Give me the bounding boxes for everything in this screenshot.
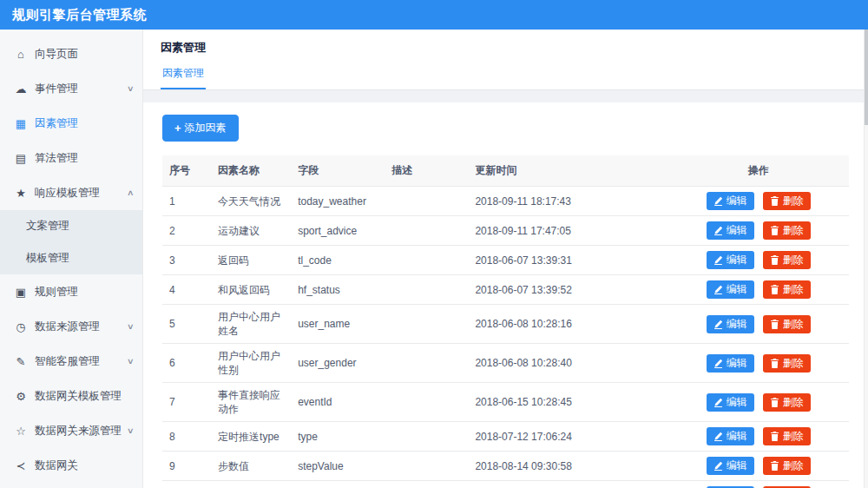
sidebar-item-template-management[interactable]: 模板管理	[0, 242, 142, 274]
delete-button[interactable]: 删除	[763, 221, 811, 240]
factor-table: 序号 因素名称 字段 描述 更新时间 操作 1 今天天气情况 today_wea…	[162, 155, 849, 488]
sidebar-item-label: 算法管理	[35, 151, 134, 166]
edit-icon	[713, 285, 723, 294]
factor-name: 时间	[211, 481, 291, 488]
factor-updated: 2018-09-11 17:47:05	[468, 216, 667, 246]
scrollbar[interactable]	[864, 30, 868, 488]
sidebar-item-factor-management[interactable]: ▦ 因素管理	[0, 106, 142, 141]
sidebar-item-label: 因素管理	[35, 116, 134, 131]
chevron-up-icon: ∧	[127, 188, 135, 197]
factor-field: stepValue	[291, 452, 385, 481]
factor-desc	[385, 383, 468, 422]
edit-button[interactable]: 编辑	[707, 354, 754, 373]
main-content: 因素管理 因素管理 添加因素 序号 因素名称 字段	[143, 30, 868, 488]
trash-icon	[770, 432, 779, 441]
delete-button[interactable]: 删除	[763, 251, 811, 269]
edit-button[interactable]: 编辑	[707, 393, 754, 412]
gear-icon: ⚙	[13, 390, 29, 403]
sidebar-item-data-gateway[interactable]: ≺ 数据网关	[0, 448, 142, 483]
edit-icon	[713, 320, 723, 329]
sidebar-item-algorithm-management[interactable]: ▤ 算法管理	[0, 141, 142, 175]
edit-button[interactable]: 编辑	[707, 192, 754, 210]
sidebar-item-label: 数据网关来源管理	[35, 424, 128, 439]
row-index: 8	[162, 422, 211, 452]
pencil-icon: ✎	[13, 355, 29, 368]
factor-updated: 2018-06-07 13:39:31	[468, 246, 667, 275]
factor-desc	[385, 216, 468, 246]
delete-button[interactable]: 删除	[763, 315, 811, 333]
edit-button[interactable]: 编辑	[707, 457, 754, 475]
page-title: 因素管理	[143, 40, 868, 56]
delete-button[interactable]: 删除	[763, 354, 811, 373]
col-header-index: 序号	[162, 155, 211, 187]
factor-desc	[385, 422, 468, 452]
sidebar-item-rule-management[interactable]: ▣ 规则管理	[0, 274, 142, 309]
delete-button[interactable]: 删除	[763, 192, 811, 210]
table-row: 1 今天天气情况 today_weather 2018-09-11 18:17:…	[162, 187, 849, 216]
factor-updated: 2018-06-15 10:28:45	[468, 383, 667, 422]
sidebar-item-event-management[interactable]: ☁ 事件管理 ∨	[0, 71, 142, 106]
cloud-icon: ☁	[13, 82, 29, 96]
factor-field: today_weather	[291, 187, 385, 216]
delete-label: 删除	[783, 431, 804, 442]
delete-button[interactable]: 删除	[763, 427, 811, 445]
sidebar-item-copywriting-management[interactable]: 文案管理	[0, 210, 142, 242]
factor-name: 运动建议	[211, 216, 291, 246]
sidebar-item-data-source-management[interactable]: ◷ 数据来源管理 ∨	[0, 309, 142, 344]
col-header-desc: 描述	[385, 155, 468, 187]
sidebar-subitem-label: 模板管理	[26, 251, 69, 266]
factor-name: 步数值	[211, 452, 291, 481]
edit-button[interactable]: 编辑	[707, 280, 754, 299]
factor-name: 用户中心用户姓名	[211, 305, 291, 344]
edit-button[interactable]: 编辑	[707, 427, 754, 445]
sidebar-item-label: 事件管理	[35, 82, 128, 96]
delete-label: 删除	[783, 284, 804, 295]
table-row: 4 和风返回码 hf_status 2018-06-07 13:39:52 编辑…	[162, 275, 849, 305]
sidebar-submenu: 文案管理 模板管理	[0, 210, 142, 274]
grid-icon: ▦	[13, 117, 29, 130]
delete-button[interactable]: 删除	[763, 457, 811, 475]
factor-field: hf_status	[291, 275, 385, 305]
edit-icon	[713, 226, 723, 235]
sidebar-item-guide-page[interactable]: ⌂ 向导页面	[0, 36, 142, 71]
trash-icon	[770, 359, 779, 368]
sidebar-menu: ⌂ 向导页面 ☁ 事件管理 ∨ ▦ 因素管理 ▤ 算法管理 ★ 响应模板管理 ∧…	[0, 30, 143, 488]
edit-label: 编辑	[727, 397, 747, 408]
table-row: 3 返回码 tl_code 2018-06-07 13:39:31 编辑 删除	[162, 246, 849, 275]
col-header-name: 因素名称	[211, 155, 291, 187]
row-index: 4	[162, 275, 211, 305]
row-index: 6	[162, 344, 211, 383]
sidebar-item-data-gateway-template-management[interactable]: ⚙ 数据网关模板管理	[0, 379, 142, 413]
edit-icon	[713, 398, 723, 407]
sidebar-item-response-template-management[interactable]: ★ 响应模板管理 ∧	[0, 175, 142, 210]
factor-desc	[385, 481, 468, 488]
edit-button[interactable]: 编辑	[707, 221, 754, 240]
edit-button[interactable]: 编辑	[707, 315, 754, 333]
sidebar-item-label: 响应模板管理	[35, 186, 128, 201]
table-row: 10 时间 dataTime 2018-08-14 10:14:15 编辑 删除	[162, 481, 849, 488]
tab-factor-management[interactable]: 因素管理	[161, 66, 206, 89]
trash-icon	[770, 285, 779, 294]
col-header-field: 字段	[291, 155, 385, 187]
edit-button[interactable]: 编辑	[707, 251, 754, 269]
table-row: 5 用户中心用户姓名 user_name 2018-06-08 10:28:16…	[162, 305, 849, 344]
factor-name: 用户中心用户性别	[211, 344, 291, 383]
edit-label: 编辑	[727, 431, 747, 442]
factor-desc	[385, 246, 468, 275]
factor-updated: 2018-08-14 09:30:58	[468, 452, 667, 481]
col-header-updated: 更新时间	[468, 155, 667, 187]
add-factor-button[interactable]: 添加因素	[162, 115, 239, 142]
sidebar-item-data-gateway-source-management[interactable]: ☆ 数据网关来源管理 ∨	[0, 413, 142, 448]
chevron-down-icon: ∨	[127, 84, 135, 93]
trash-icon	[770, 320, 779, 329]
factor-table-header: 序号 因素名称 字段 描述 更新时间 操作	[162, 155, 849, 187]
factor-desc	[385, 344, 468, 383]
col-header-actions: 操作	[668, 155, 849, 187]
scrollbar-thumb[interactable]	[865, 30, 868, 125]
keyboard-icon: ▣	[13, 286, 29, 299]
delete-button[interactable]: 删除	[763, 280, 811, 299]
edit-icon	[713, 359, 723, 368]
content-divider	[143, 90, 868, 102]
sidebar-item-smart-service-management[interactable]: ✎ 智能客服管理 ∨	[0, 344, 142, 379]
delete-button[interactable]: 删除	[763, 393, 811, 412]
